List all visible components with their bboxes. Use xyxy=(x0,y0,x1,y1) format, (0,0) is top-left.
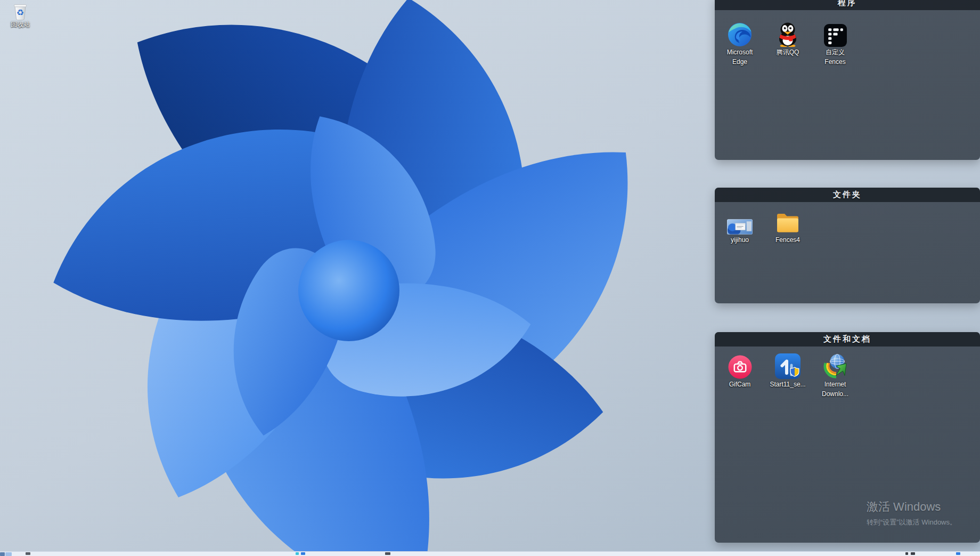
start11-icon xyxy=(775,353,801,379)
shortcut-label: Fences xyxy=(824,58,845,66)
shortcut-label: 腾讯QQ xyxy=(777,49,799,57)
shortcut-label: Microsoft xyxy=(727,49,753,57)
fence-files-docs: 文件和文档 GifCam xyxy=(715,332,980,543)
shortcut-microsoft-edge[interactable]: Microsoft Edge xyxy=(717,20,762,66)
shortcut-label: Internet xyxy=(824,381,846,389)
recycle-bin[interactable]: ♻ 回收站 xyxy=(3,1,37,29)
taskbar-icon-fragment[interactable] xyxy=(0,552,5,556)
taskbar[interactable] xyxy=(0,551,980,556)
shortcut-label: yijihuo xyxy=(731,236,749,244)
shortcut-gifcam[interactable]: GifCam xyxy=(717,352,762,389)
taskbar-icon-fragment[interactable] xyxy=(385,552,390,555)
shortcut-label: Edge xyxy=(732,58,747,66)
taskbar-icon-fragment[interactable] xyxy=(301,552,305,555)
shortcut-label: Start11_se... xyxy=(770,381,805,389)
edge-icon xyxy=(728,22,752,47)
shortcut-yijihuo[interactable]: yijihuo xyxy=(717,208,762,244)
shortcut-label: 自定义 xyxy=(826,49,845,57)
folder-icon xyxy=(775,211,800,235)
yijihuo-thumbnail-icon xyxy=(727,219,753,235)
desktop: ♻ 回收站 程序 xyxy=(0,0,980,556)
fence-programs: 程序 Micro xyxy=(715,0,980,160)
fence-programs-header[interactable]: 程序 xyxy=(715,0,980,10)
fences-icon xyxy=(824,24,847,47)
fence-files-docs-header[interactable]: 文件和文档 xyxy=(715,332,980,347)
taskbar-icon-fragment[interactable] xyxy=(26,552,30,555)
gifcam-icon xyxy=(728,355,752,379)
shortcut-tencent-qq[interactable]: 腾讯QQ xyxy=(765,20,810,57)
recycle-bin-label: 回收站 xyxy=(11,21,30,29)
shortcut-label: GifCam xyxy=(729,381,751,389)
taskbar-icon-fragment[interactable] xyxy=(905,552,908,555)
shortcut-custom-fences[interactable]: 自定义 Fences xyxy=(813,20,858,66)
idm-icon xyxy=(822,352,848,379)
taskbar-icon-fragment[interactable] xyxy=(911,552,915,555)
shortcut-label: Downlo... xyxy=(822,390,848,398)
svg-text:♻: ♻ xyxy=(17,7,24,18)
qq-icon xyxy=(775,21,800,47)
shortcut-label: Fences4 xyxy=(775,236,800,244)
shortcut-fences4-folder[interactable]: Fences4 xyxy=(765,208,810,244)
taskbar-icon-fragment[interactable] xyxy=(956,552,960,555)
recycle-bin-icon: ♻ xyxy=(12,1,29,21)
fence-folders-header[interactable]: 文件夹 xyxy=(715,188,980,202)
shortcut-start11-setup[interactable]: Start11_se... xyxy=(765,352,810,389)
shortcut-internet-download-manager[interactable]: Internet Downlo... xyxy=(813,352,858,398)
taskbar-icon-fragment[interactable] xyxy=(296,552,299,555)
fence-folders: 文件夹 xyxy=(715,188,980,303)
taskbar-icon-fragment[interactable] xyxy=(5,552,12,556)
